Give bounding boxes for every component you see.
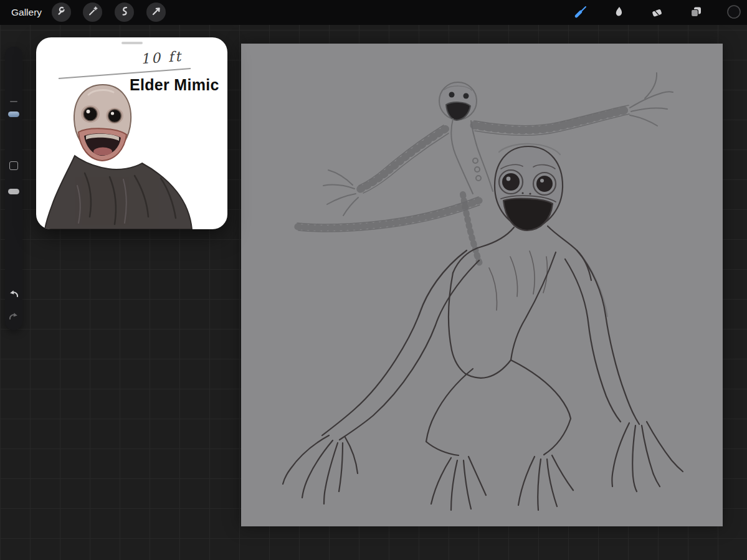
color-swatch-icon [726, 4, 741, 21]
undo-button[interactable] [7, 288, 20, 300]
reference-panel[interactable]: 10 ft Elder Mimic [36, 37, 227, 229]
canvas-artwork [241, 44, 723, 526]
brush-size-tick [10, 101, 17, 102]
panel-drag-handle-icon[interactable] [121, 42, 143, 44]
redo-arrow-icon [7, 313, 20, 323]
gallery-button[interactable]: Gallery [11, 0, 42, 25]
paint-tool-button[interactable] [573, 4, 589, 21]
modify-button[interactable] [9, 161, 18, 170]
color-swatch-button[interactable] [726, 4, 742, 21]
adjustments-button[interactable] [83, 2, 102, 22]
brush-size-slider[interactable] [8, 112, 19, 117]
eraser-tool-button[interactable] [649, 4, 665, 21]
reference-artwork [36, 37, 227, 229]
layers-icon [689, 5, 703, 21]
redo-button[interactable] [7, 311, 20, 323]
reference-title: Elder Mimic [130, 76, 219, 94]
actions-button[interactable] [52, 2, 71, 22]
top-toolbar: Gallery [0, 0, 747, 25]
smudge-tool-button[interactable] [611, 4, 627, 21]
wrench-icon [56, 6, 67, 19]
smudge-icon [612, 5, 626, 21]
brush-icon [573, 4, 588, 21]
drawing-canvas[interactable] [241, 44, 723, 526]
reference-height-label: 10 ft [140, 49, 183, 67]
side-toolbar [5, 47, 22, 330]
opacity-slider[interactable] [8, 189, 19, 194]
layers-button[interactable] [688, 4, 704, 21]
transform-arrow-icon [151, 6, 162, 19]
undo-arrow-icon [7, 291, 20, 300]
magic-wand-icon [87, 6, 98, 19]
selection-s-icon [119, 6, 130, 19]
eraser-icon [650, 5, 664, 21]
transform-button[interactable] [146, 2, 166, 22]
selection-button[interactable] [115, 2, 134, 22]
